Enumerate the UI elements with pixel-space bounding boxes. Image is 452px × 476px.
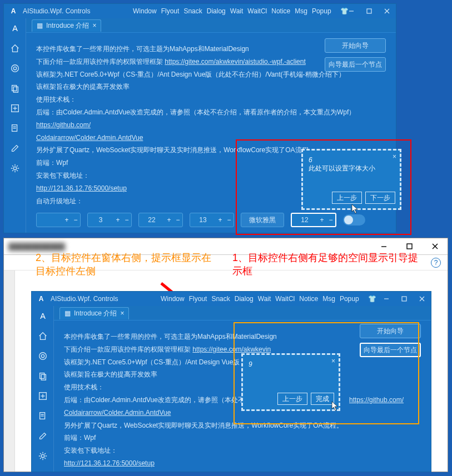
doc-link-setup[interactable]: http://121.36.12.76:5000/setup: [36, 184, 127, 192]
wizard-last-node-button[interactable]: 向导最后一个节点: [360, 343, 421, 357]
plus-icon[interactable]: +: [216, 213, 225, 227]
sidebar-home-icon[interactable]: [4, 38, 26, 58]
spinner-fontsize[interactable]: +−: [291, 213, 336, 227]
sidebar-duplicate-icon[interactable]: [32, 366, 54, 386]
doc-line: 安装包下载地址：: [36, 172, 90, 179]
plus-icon[interactable]: +: [113, 213, 122, 227]
callout-next-button[interactable]: 下一步: [365, 192, 395, 204]
tab-introduce[interactable]: ▦ Introduce 介绍 ×: [59, 307, 129, 319]
menu-waitcl[interactable]: WaitCl: [246, 7, 268, 15]
maximize-button[interactable]: [395, 292, 413, 306]
doc-line: 使用技术栈：: [36, 93, 386, 106]
menu-snack[interactable]: Snack: [182, 7, 203, 15]
menu-popup[interactable]: Popup: [339, 295, 360, 303]
svg-rect-8: [13, 87, 18, 92]
minimize-button[interactable]: [378, 292, 395, 306]
minimize-button[interactable]: [342, 4, 360, 18]
menu-msg[interactable]: Msg: [294, 7, 309, 15]
sidebar-target-icon[interactable]: [32, 346, 54, 366]
menu-notice[interactable]: Notice: [270, 7, 291, 15]
menu-popup[interactable]: Popup: [311, 7, 332, 15]
menu-notice[interactable]: Notice: [298, 295, 319, 303]
caption-red: 1、目标控件右侧有足够的空间显示引导提示框: [232, 251, 421, 278]
sidebar-cog-icon[interactable]: [32, 446, 54, 466]
callout-done-button[interactable]: 完成: [311, 393, 334, 405]
theme-icon[interactable]: 👕: [367, 295, 378, 303]
spinner-empty[interactable]: +−: [36, 213, 81, 227]
sidebar-plus-icon[interactable]: [32, 386, 54, 406]
plus-icon[interactable]: +: [165, 213, 173, 227]
font-family-pill[interactable]: 微软雅黑: [241, 213, 284, 227]
menu-flyout[interactable]: Flyout: [160, 7, 181, 15]
doc-link-gitee[interactable]: https://gitee.com/akwkevin: [192, 345, 271, 353]
sidebar-edit-icon[interactable]: [32, 426, 54, 446]
sidebar-documents-icon[interactable]: [32, 406, 54, 426]
wizard-last-node-button[interactable]: 向导最后一个节点: [325, 57, 386, 72]
doc-link-setup[interactable]: http://121.36.12.76:5000/setup: [64, 459, 155, 467]
menu-msg[interactable]: Msg: [321, 295, 336, 303]
doc-link-github[interactable]: https://github.com/: [349, 396, 404, 404]
tab-close-icon[interactable]: ×: [120, 309, 124, 317]
plus-icon[interactable]: +: [62, 213, 71, 227]
menu-wait[interactable]: Wait: [257, 295, 272, 303]
menu-snack[interactable]: Snack: [210, 295, 231, 303]
menu-wait[interactable]: Wait: [229, 7, 245, 15]
menu-window[interactable]: Window: [160, 295, 186, 303]
viewer-title-blurred: ████████████: [4, 243, 371, 250]
spinner-a[interactable]: +−: [87, 213, 132, 227]
sidebar-duplicate-icon[interactable]: [4, 78, 26, 98]
toggle-switch[interactable]: [343, 214, 365, 226]
start-wizard-button[interactable]: 开始向导: [360, 324, 421, 338]
bottom-toolbar: +− +− +− +− 微软雅黑 +−: [36, 212, 386, 228]
window-title: AIStudio.Wpf. Controls: [51, 295, 118, 303]
menu-window[interactable]: Window: [132, 7, 158, 15]
maximize-button[interactable]: [360, 4, 378, 18]
doc-line: 该框架旨在极大的提高开发效率: [36, 81, 386, 93]
callout-close-icon[interactable]: ×: [393, 153, 396, 161]
menu-waitcl[interactable]: WaitCl: [274, 295, 296, 303]
doc-line: 另外扩展了Quartz，WebSocket实现即时聊天及实时消息推送，Workf…: [64, 419, 421, 432]
doc-link-colder[interactable]: Coldairarrow/Colder.Admin.AntdVue: [36, 134, 143, 142]
doc-link-github[interactable]: https://github.com/: [36, 121, 91, 129]
minus-icon[interactable]: −: [122, 213, 131, 227]
sidebar: A: [32, 306, 54, 472]
window-title: AIStudio.Wpf. Controls: [23, 7, 90, 15]
help-icon[interactable]: ?: [431, 258, 441, 268]
minus-icon[interactable]: −: [225, 213, 234, 227]
close-button[interactable]: [378, 4, 396, 18]
sidebar-cog-icon[interactable]: [4, 158, 26, 178]
minus-icon[interactable]: −: [326, 213, 335, 227]
sidebar-documents-icon[interactable]: [4, 118, 26, 138]
sidebar-logo-icon[interactable]: A: [4, 18, 26, 38]
menu-dialog[interactable]: Dialog: [234, 295, 255, 303]
sidebar-target-icon[interactable]: [4, 58, 26, 78]
svg-text:A: A: [40, 312, 46, 320]
spinner-c[interactable]: +−: [190, 213, 234, 227]
window-menu: Window Flyout Snack Dialog Wait WaitCl N…: [160, 292, 378, 306]
callout-prev-button[interactable]: 上一步: [332, 192, 362, 204]
callout-close-icon[interactable]: ×: [331, 357, 335, 365]
minus-icon[interactable]: −: [173, 213, 182, 227]
menu-flyout[interactable]: Flyout: [188, 295, 208, 303]
svg-rect-1: [367, 9, 371, 13]
sidebar-home-icon[interactable]: [32, 326, 54, 346]
plus-icon[interactable]: +: [317, 213, 326, 227]
minus-icon[interactable]: −: [71, 213, 80, 227]
sidebar-plus-icon[interactable]: [4, 98, 26, 118]
tab-strip: ▦ Introduce 介绍 ×: [54, 306, 431, 320]
svg-point-6: [13, 67, 16, 69]
close-button[interactable]: [413, 292, 431, 306]
caption-orange: 2、目标控件在窗体右侧，提示框显示在目标控件左侧: [36, 251, 219, 278]
tab-close-icon[interactable]: ×: [92, 22, 96, 29]
sidebar-edit-icon[interactable]: [4, 138, 26, 158]
doc-link-colder[interactable]: Coldairarrow/Colder.Admin.AntdVue: [64, 409, 171, 417]
callout-prev-button[interactable]: 上一步: [277, 393, 307, 405]
start-wizard-button[interactable]: 开始向导: [325, 38, 386, 53]
tab-strip: ▦ Introduce 介绍 ×: [26, 18, 396, 33]
sidebar-logo-icon[interactable]: A: [32, 306, 54, 326]
spinner-b[interactable]: +−: [138, 213, 183, 227]
tab-introduce[interactable]: ▦ Introduce 介绍 ×: [32, 19, 101, 32]
doc-link-gitee[interactable]: https://gitee.com/akwkevin/aistudio.-wpf…: [165, 58, 305, 66]
menu-dialog[interactable]: Dialog: [206, 7, 227, 15]
viewer-close-button[interactable]: [422, 238, 448, 255]
